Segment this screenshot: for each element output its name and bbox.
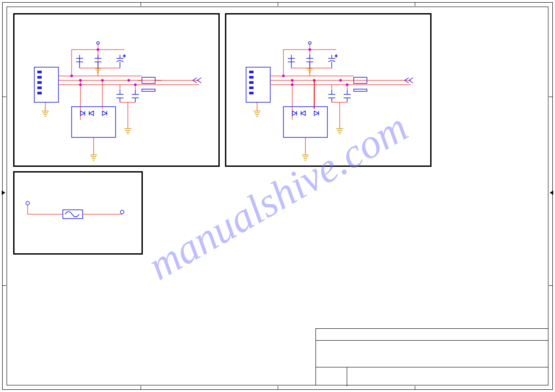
svg-point-116 xyxy=(291,83,294,86)
svg-point-119 xyxy=(120,210,124,214)
svg-rect-62 xyxy=(249,76,254,79)
svg-marker-49 xyxy=(80,111,85,115)
svg-rect-61 xyxy=(249,71,254,73)
svg-point-88 xyxy=(339,79,342,82)
svg-rect-90 xyxy=(354,89,367,91)
svg-text:+: + xyxy=(123,54,126,58)
titleblock-row-1 xyxy=(316,329,548,341)
svg-marker-53 xyxy=(102,111,107,115)
svg-rect-5 xyxy=(37,92,42,94)
svg-rect-64 xyxy=(249,86,254,89)
svg-marker-51 xyxy=(89,111,94,115)
titleblock-row-2 xyxy=(316,341,548,367)
svg-point-114 xyxy=(282,75,285,77)
svg-point-57 xyxy=(97,48,99,51)
svg-rect-63 xyxy=(249,81,254,84)
schematic-panel-2: + xyxy=(225,13,432,167)
svg-rect-3 xyxy=(37,81,42,84)
ruler-arrow-right xyxy=(550,191,553,195)
svg-rect-4 xyxy=(37,86,42,89)
svg-text:+: + xyxy=(335,54,337,58)
svg-point-28 xyxy=(127,79,130,82)
svg-point-56 xyxy=(70,75,73,77)
svg-point-118 xyxy=(26,201,29,205)
svg-point-69 xyxy=(308,42,311,44)
titleblock-cell-b xyxy=(347,367,548,386)
svg-rect-1 xyxy=(37,71,42,73)
title-block xyxy=(316,328,548,385)
schematic-panel-1: + xyxy=(13,13,220,167)
svg-marker-109 xyxy=(301,111,305,115)
svg-point-9 xyxy=(97,42,99,44)
ruler-arrow-left xyxy=(2,191,5,195)
svg-point-115 xyxy=(308,48,311,51)
svg-marker-111 xyxy=(314,111,319,115)
titleblock-cell-a xyxy=(316,367,347,386)
svg-rect-32 xyxy=(142,89,155,91)
svg-point-117 xyxy=(346,83,348,86)
svg-point-58 xyxy=(79,83,82,86)
svg-rect-120 xyxy=(63,210,83,219)
schematic-panel-3 xyxy=(13,171,143,255)
svg-point-59 xyxy=(134,83,137,86)
svg-rect-65 xyxy=(249,92,254,94)
svg-rect-2 xyxy=(37,76,42,79)
svg-marker-107 xyxy=(292,111,297,115)
